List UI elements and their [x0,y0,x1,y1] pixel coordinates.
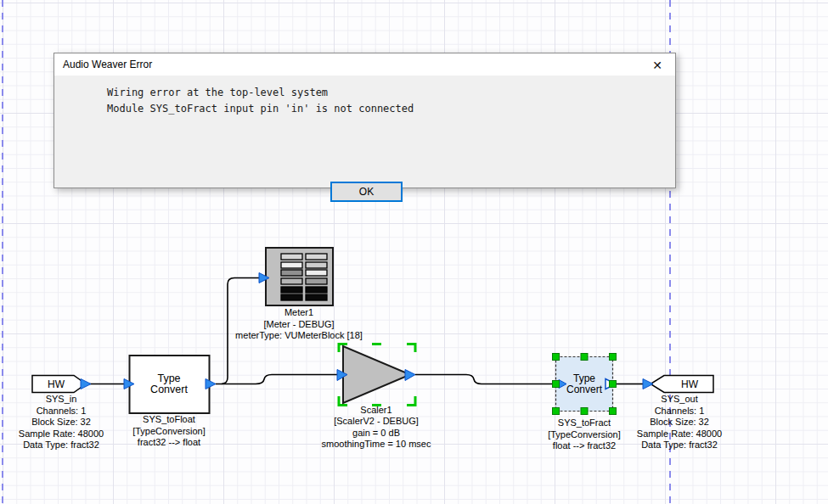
sys-out-prop-label: Channels: 1 [655,406,705,417]
sys-out-name-label: SYS_out [661,394,697,405]
error-message-line-1: Wiring error at the top-level system [107,85,675,101]
close-icon[interactable]: ✕ [648,57,667,74]
error-message-line-2: Module SYS_toFract input pin 'in' is not… [107,101,675,117]
sys-in-prop-label: Channels: 1 [37,406,87,417]
dialog-body: Wiring error at the top-level system Mod… [54,76,675,188]
dialog-title: Audio Weaver Error [63,59,152,70]
sys-out-input-pin[interactable] [643,379,653,389]
scaler1-block[interactable] [343,346,410,403]
sys-tofloat-type-label: [TypeConversion] [132,426,206,437]
error-dialog: Audio Weaver Error ✕ Wiring error at the… [54,53,676,188]
wire-tofloat-to-scaler[interactable] [216,375,337,384]
sys-in-shape-label: HW [48,378,65,390]
design-canvas[interactable]: HW Type Convert Type Convert HW SYS_in C… [0,0,828,504]
scaler1-type-label: [ScalerV2 - DEBUG] [334,416,419,427]
wire-scaler-to-tofract[interactable] [415,375,554,384]
ok-button[interactable]: OK [330,182,403,202]
scaler1-output-pin[interactable] [405,370,415,381]
dialog-titlebar[interactable]: Audio Weaver Error ✕ [54,53,675,76]
scaler1-smoothing-label: smoothingTime = 10 msec [322,439,431,450]
sys-in-prop-label: Sample Rate: 48000 [19,428,104,440]
sys-out-prop-label: Sample Rate: 48000 [637,428,722,440]
sys-tofloat-label: Type Convert [143,372,195,395]
sys-tofloat-name-label: SYS_toFloat [143,414,195,425]
meter1-name-label: Meter1 [284,307,313,318]
sys-tofract-conversion-label: float --> fract32 [553,440,616,451]
sys-tofract-name-label: SYS_toFract [558,417,611,428]
sys-in-prop-label: Block Size: 32 [31,417,91,428]
scaler1-gain-label: gain = 0 dB [352,428,400,439]
sys-tofloat-conversion-label: fract32 --> float [138,437,200,448]
sys-in-output-pin[interactable] [81,379,91,389]
sys-in-prop-label: Data Type: fract32 [23,440,99,451]
sys-out-prop-label: Data Type: fract32 [641,440,718,451]
scaler1-name-label: Scaler1 [360,405,391,416]
meter1-type-label: [Meter - DEBUG] [263,319,334,330]
sys-tofloat-output-pin[interactable] [206,379,216,389]
meter1-property-label: meterType: VUMeterBlock [18] [235,330,363,341]
sys-out-shape-label: HW [681,378,698,390]
sys-out-prop-label: Block Size: 32 [650,417,709,428]
sys-tofract-type-label: [TypeConversion] [548,429,621,440]
sys-in-name-label: SYS_in [46,394,77,405]
sys-tofract-label: Type Convert [560,372,609,395]
